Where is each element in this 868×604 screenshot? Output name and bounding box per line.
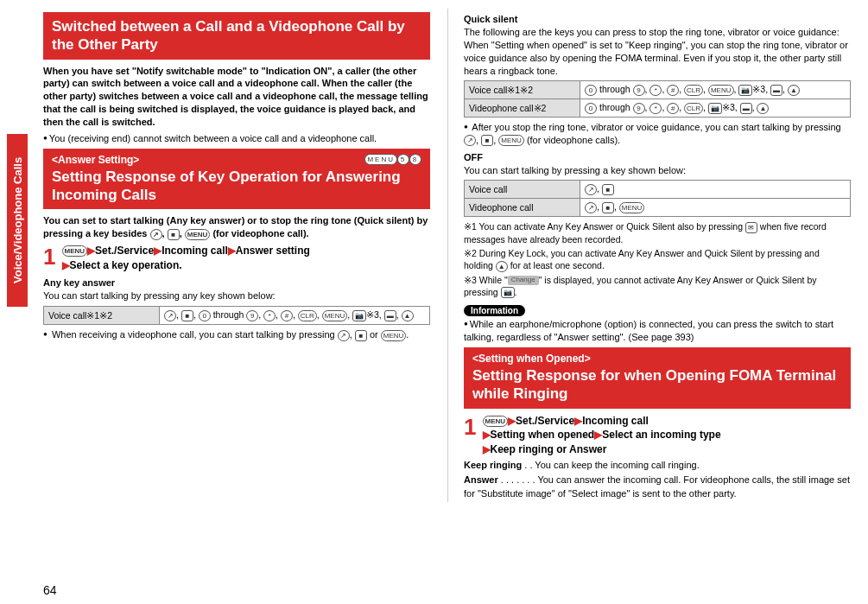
table-row: Videophone call※2 0 through 9, *, #, CLR… — [465, 99, 851, 118]
off-table: Voice call ↗, ■ Videophone call ↗, ■, ME… — [464, 180, 851, 216]
camera-key-icon: 📷 — [501, 287, 515, 298]
off-heading: OFF — [464, 152, 851, 162]
quick-silent-after-bullet: After you stop the ring tone, vibrator o… — [464, 121, 851, 147]
intro1: When you have set "Notify switchable mod… — [43, 65, 430, 129]
quick-silent-text1: The following are the keys you can press… — [464, 26, 851, 39]
side-tab: Voice/Videophone Calls — [7, 134, 28, 307]
table-row: Voice call ↗, ■ — [465, 181, 851, 199]
any-key-answer-heading: Any key answer — [43, 277, 430, 288]
answer-row: Answer . . . . . . . You can answer the … — [464, 474, 851, 500]
menu-keycode-icon: MENU58 — [364, 154, 421, 166]
up-key-icon: ▲ — [496, 261, 508, 272]
table-row: Voice call※1※2 ↗, ■, 0 through 9, *, #, … — [44, 307, 430, 325]
menu-key-icon: MENU — [62, 245, 88, 257]
table-row: Videophone call ↗, ■, MENU — [465, 199, 851, 217]
table-row: Voice call※1※2 0 through 9, *, #, CLR, M… — [465, 81, 851, 99]
heading2-text: Setting Response of Key Operation for An… — [52, 168, 421, 205]
keep-ringing-row: Keep ringing . . You can keep the incomi… — [464, 459, 851, 472]
menu-key-icon: MENU — [185, 229, 211, 240]
quick-silent-text2: When "Setting when opened" is set to "Ke… — [464, 39, 851, 78]
page-number: 64 — [43, 583, 57, 597]
quick-silent-heading: Quick silent — [464, 14, 851, 24]
quick-silent-table: Voice call※1※2 0 through 9, *, #, CLR, M… — [464, 80, 851, 117]
menu-key-icon: MENU — [381, 330, 407, 341]
information-label: Information — [464, 305, 525, 316]
answer-setting-tag: <Answer Setting> — [52, 154, 139, 166]
bullet-receiving-end: You (receiving end) cannot switch betwee… — [43, 132, 430, 145]
setting-when-opened-tag: <Setting when Opened> — [472, 353, 591, 365]
step-number-1: 1 — [43, 244, 55, 270]
heading-switched-call: Switched between a Call and a Videophone… — [43, 12, 430, 60]
step-1: 1 MENU▶Set./Service▶Incoming call▶Answer… — [43, 244, 430, 273]
heading1-text: Switched between a Call and a Videophone… — [52, 17, 421, 54]
heading-setting-when-opened: <Setting when Opened> Setting Response f… — [464, 347, 851, 409]
step-1-right: 1 MENU▶Set./Service▶Incoming call ▶Setti… — [464, 414, 851, 457]
answer-setting-lead: You can set to start talking (Any key an… — [43, 214, 430, 240]
heading-answer-setting: <Answer Setting> MENU58 Setting Response… — [43, 149, 430, 210]
center-key-icon: ■ — [355, 330, 367, 341]
voice-call-label: Voice call※1※2 — [44, 307, 160, 325]
step-number-1: 1 — [464, 414, 476, 441]
change-badge: Change — [508, 276, 539, 285]
videophone-anykey-bullet: When receiving a videophone call, you ca… — [43, 328, 430, 341]
center-key-icon: ■ — [168, 229, 180, 240]
heading3-text: Setting Response for when Opening FOMA T… — [472, 366, 842, 404]
any-key-answer-text: You can start talking by pressing any ke… — [43, 289, 430, 302]
voice-call-keys: ↗, ■, 0 through 9, *, #, CLR, MENU, 📷※3,… — [160, 307, 430, 325]
right-column: Quick silent The following are the keys … — [447, 9, 851, 502]
information-bullet: While an earphone/microphone (option) is… — [464, 318, 851, 344]
off-text: You can start talking by pressing a key … — [464, 164, 851, 177]
any-key-answer-table: Voice call※1※2 ↗, ■, 0 through 9, *, #, … — [43, 306, 430, 325]
left-column: Switched between a Call and a Videophone… — [43, 9, 430, 502]
mail-key-icon: ✉ — [745, 222, 757, 233]
footnotes: ※1 You can activate Any Key Answer or Qu… — [464, 220, 851, 299]
call-key-icon: ↗ — [150, 229, 162, 240]
call-key-icon: ↗ — [338, 330, 350, 341]
menu-key-icon: MENU — [483, 416, 509, 427]
